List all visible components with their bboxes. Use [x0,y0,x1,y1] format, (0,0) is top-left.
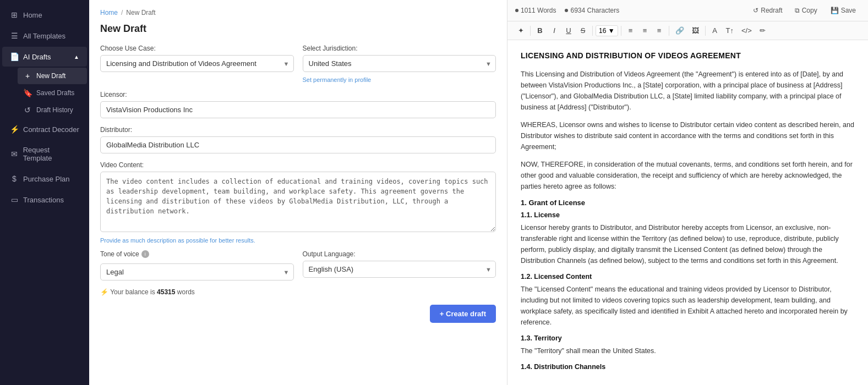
toolbar-divider-4 [669,26,669,36]
font-color-button[interactable]: A [708,25,722,36]
history-icon: ↺ [23,106,32,114]
highlight-button[interactable]: ✏ [756,25,769,36]
use-case-label: Choose Use Case: [100,45,294,52]
char-count: 6934 Characters [565,7,619,14]
doc-para-5: The "Territory" shall mean the United St… [521,345,855,356]
sidebar-item-saved-drafts[interactable]: 🔖 Saved Drafts [18,85,87,101]
copy-button[interactable]: ⧉ Copy [791,4,821,16]
underline-button[interactable]: U [562,25,575,36]
tone-select[interactable]: LegalFormalCasualProfessional [100,263,294,280]
page-title: New Draft [100,23,496,35]
toolbar-divider-5 [705,26,706,36]
dollar-icon: $ [10,174,19,183]
transactions-icon: ▭ [10,195,19,204]
breadcrumb-home[interactable]: Home [100,9,118,16]
sidebar-item-request-template[interactable]: ✉ Request Template [2,140,87,168]
language-group: Output Language: English (USA)English (U… [303,250,496,280]
language-select[interactable]: English (USA)English (UK)SpanishFrench [303,261,496,278]
use-case-jurisdiction-row: Choose Use Case: Licensing and Distribut… [100,45,496,83]
doc-actions: ↺ Redraft ⧉ Copy 💾 Save [750,4,860,16]
ordered-list-button[interactable]: ≡ [638,25,652,36]
plus-icon: + [23,72,32,80]
save-icon: 💾 [831,7,839,14]
create-draft-button[interactable]: + Create draft [430,305,496,323]
tone-label: Tone of voice [100,250,139,258]
sidebar-item-ai-drafts[interactable]: 📄 AI Drafts ▲ [2,47,87,67]
use-case-select[interactable]: Licensing and Distribution of Videos Agr… [100,55,294,72]
redraft-button[interactable]: ↺ Redraft [750,4,785,16]
jurisdiction-group: Select Jurisdiction: United States ▼ Set… [303,45,496,83]
licensor-label: Licensor: [100,91,496,98]
align-button[interactable]: ≡ [653,25,666,36]
ai-drafts-submenu: + New Draft 🔖 Saved Drafts ↺ Draft Histo… [0,67,89,119]
save-button[interactable]: 💾 Save [826,4,860,16]
lightning-icon: ⚡ [10,125,19,134]
dot-icon-2 [565,9,568,12]
redraft-icon: ↺ [753,7,758,14]
video-content-textarea[interactable]: The video content includes a collection … [100,172,496,232]
sidebar-item-all-templates[interactable]: ☰ All Templates [2,26,87,46]
text-format-button[interactable]: T↑ [723,25,737,36]
sidebar-item-draft-history[interactable]: ↺ Draft History [18,102,87,118]
chevron-up-icon: ▲ [74,54,79,60]
set-permanently-link[interactable]: Set permanently in profile [303,76,496,83]
mail-icon: ✉ [10,150,19,158]
breadcrumb-current: New Draft [126,9,155,16]
balance-row: ⚡ Your balance is 45315 words [100,288,496,296]
strikethrough-button[interactable]: S [576,25,589,36]
sidebar-item-new-draft[interactable]: + New Draft [18,68,87,84]
jurisdiction-select[interactable]: United States [303,55,496,72]
sidebar: ⊞ Home ☰ All Templates 📄 AI Drafts ▲ + N… [0,0,89,385]
toolbar-divider-1 [530,26,531,36]
right-panel: 1011 Words 6934 Characters ↺ Redraft ⧉ C… [507,0,868,385]
sidebar-item-transactions[interactable]: ▭ Transactions [2,190,87,210]
doc-para-2: NOW, THEREFORE, in consideration of the … [521,159,855,192]
video-content-group: Video Content: The video content include… [100,161,496,244]
italic-button[interactable]: I [548,25,561,36]
doc-para-3: Licensor hereby grants to Distributor, a… [521,222,855,266]
doc-sub-1-2: 1.2. Licensed Content [521,273,855,280]
hint-text: Provide as much description as possible … [100,237,496,244]
sidebar-item-purchase-plan[interactable]: $ Purchase Plan [2,169,87,189]
use-case-select-wrapper: Licensing and Distribution of Videos Agr… [100,55,294,72]
dot-icon [515,9,518,12]
distributor-label: Distributor: [100,126,496,134]
licensor-group: Licensor: [100,91,496,118]
editor-toolbar: ✦ B I U S 16 ▼ ≡ ≡ ≡ 🔗 🖼 A T↑ [507,21,868,40]
file-icon: 📄 [10,52,19,61]
jurisdiction-select-wrapper: United States ▼ [303,55,496,72]
copy-icon: ⧉ [795,7,800,14]
tone-select-wrapper: LegalFormalCasualProfessional ▼ [100,263,294,280]
doc-stats: 1011 Words 6934 Characters [515,7,619,14]
distributor-input[interactable] [100,136,496,153]
language-select-wrapper: English (USA)English (UK)SpanishFrench ▼ [303,261,496,278]
doc-para-1: WHEREAS, Licensor owns and wishes to lic… [521,119,855,152]
doc-toolbar: 1011 Words 6934 Characters ↺ Redraft ⧉ C… [507,0,868,21]
balance-lightning-icon: ⚡ [100,288,108,296]
video-content-label: Video Content: [100,161,496,169]
tone-info-icon[interactable]: i [141,250,149,258]
jurisdiction-label: Select Jurisdiction: [303,45,496,52]
doc-sub-1-3: 1.3. Territory [521,334,855,342]
image-button[interactable]: 🖼 [689,25,702,36]
doc-para-4: The "Licensed Content" means the educati… [521,284,855,328]
doc-sub-1-4: 1.4. Distribution Channels [521,363,855,371]
toolbar-divider-3 [621,26,621,36]
distributor-group: Distributor: [100,126,496,153]
breadcrumb: Home / New Draft [100,9,496,16]
magic-tool-button[interactable]: ✦ [514,25,527,36]
breadcrumb-separator: / [121,9,123,16]
sidebar-item-home[interactable]: ⊞ Home [2,5,87,25]
bold-button[interactable]: B [533,25,547,36]
font-size-selector[interactable]: 16 ▼ [596,25,618,36]
doc-title: LICENSING AND DISTRIBUTION OF VIDEOS AGR… [521,51,855,60]
content-area: Home / New Draft New Draft Choose Use Ca… [89,0,868,385]
code-button[interactable]: </> [738,25,755,36]
unordered-list-button[interactable]: ≡ [624,25,637,36]
link-button[interactable]: 🔗 [672,25,687,36]
doc-section-1: 1. Grant of License [521,199,855,207]
toolbar-divider-2 [592,26,593,36]
sidebar-item-contract-decoder[interactable]: ⚡ Contract Decoder [2,119,87,139]
licensor-input[interactable] [100,101,496,118]
word-count: 1011 Words [515,7,556,14]
